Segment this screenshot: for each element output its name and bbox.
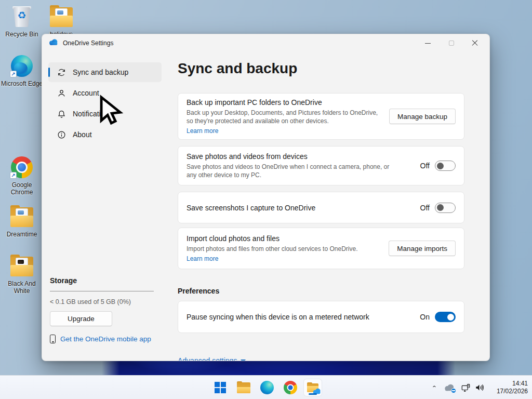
window-title: OneDrive Settings bbox=[63, 39, 113, 47]
card-title: Import cloud photos and files bbox=[187, 234, 381, 243]
clock-date: 17/02/2026 bbox=[497, 388, 528, 395]
desktop-icon-label: Black And White bbox=[0, 280, 44, 295]
card-title: Back up important PC folders to OneDrive bbox=[187, 98, 382, 107]
sidebar-item-sync-and-backup[interactable]: Sync and backup bbox=[48, 62, 162, 82]
tray-onedrive-status[interactable] bbox=[442, 376, 457, 399]
onedrive-paused-icon bbox=[444, 384, 455, 392]
card-backup-folders: Back up important PC folders to OneDrive… bbox=[178, 93, 464, 140]
onedrive-settings-window: OneDrive Settings Sync and backup Accoun… bbox=[42, 34, 490, 361]
start-button[interactable] bbox=[211, 379, 229, 396]
folder-icon bbox=[48, 4, 74, 29]
desktop-icon-label: Google Chrome bbox=[0, 181, 44, 196]
chevron-down-icon bbox=[241, 360, 246, 361]
sidebar-item-label: Sync and backup bbox=[73, 68, 128, 76]
pause-syncing-toggle[interactable] bbox=[435, 312, 456, 322]
minimize-button[interactable] bbox=[416, 34, 440, 52]
storage-section: Storage < 0.1 GB used of 5 GB (0%) Upgra… bbox=[50, 276, 162, 343]
storage-divider bbox=[50, 291, 154, 291]
folder-icon bbox=[9, 254, 35, 278]
desktop-icon-recycle-bin[interactable]: ♻ Recycle Bin bbox=[0, 4, 44, 38]
storage-heading: Storage bbox=[50, 276, 162, 285]
chrome-taskbar-button[interactable] bbox=[282, 379, 299, 396]
taskbar-clock[interactable]: 14:41 17/02/2026 bbox=[497, 376, 528, 399]
desktop-icon-microsoft-edge[interactable]: ↗ Microsoft Edge bbox=[0, 54, 44, 87]
card-title: Pause syncing when this device is on a m… bbox=[187, 313, 413, 321]
taskbar: ⌃ 14:41 17/02/2026 bbox=[0, 375, 532, 399]
learn-more-link[interactable]: Learn more bbox=[187, 255, 218, 262]
toggle-state-label: Off bbox=[420, 162, 430, 170]
sync-icon bbox=[56, 67, 66, 77]
recycle-bin-icon: ♻ bbox=[9, 4, 35, 29]
speaker-icon bbox=[474, 383, 484, 392]
edge-icon bbox=[260, 381, 274, 394]
storage-usage-text: < 0.1 GB used of 5 GB (0%) bbox=[50, 298, 162, 305]
edge-taskbar-button[interactable] bbox=[258, 379, 276, 396]
maximize-button[interactable] bbox=[440, 34, 463, 52]
card-save-screenshots: Save screenshots I capture to OneDrive O… bbox=[178, 192, 464, 223]
tray-chevron-button[interactable]: ⌃ bbox=[427, 376, 442, 399]
chrome-icon bbox=[284, 381, 297, 394]
chrome-icon: ↗ bbox=[9, 155, 35, 180]
card-save-photos-videos: Save photos and videos from devices Save… bbox=[178, 146, 464, 185]
onedrive-cloud-icon bbox=[48, 38, 59, 48]
desktop-icon-black-and-white[interactable]: Black And White bbox=[0, 254, 44, 295]
toggle-state-label: On bbox=[420, 313, 430, 321]
onedrive-folder-icon bbox=[307, 382, 319, 393]
card-description: Import photos and files from other cloud… bbox=[187, 245, 381, 253]
manage-backup-button[interactable]: Manage backup bbox=[389, 109, 456, 124]
save-photos-toggle[interactable] bbox=[435, 161, 456, 171]
onedrive-taskbar-button[interactable] bbox=[304, 379, 322, 396]
bell-icon bbox=[56, 109, 66, 119]
card-description: Back up your Desktop, Documents, and Pic… bbox=[187, 109, 382, 125]
sidebar-item-label: About bbox=[73, 130, 92, 139]
title-bar: OneDrive Settings bbox=[42, 34, 489, 52]
mouse-cursor bbox=[95, 95, 125, 131]
manage-imports-button[interactable]: Manage imports bbox=[389, 241, 456, 256]
file-explorer-icon bbox=[236, 381, 251, 394]
minimize-icon bbox=[425, 43, 431, 44]
desktop-icon-holidays[interactable]: holidays bbox=[39, 4, 83, 38]
save-screenshots-toggle[interactable] bbox=[435, 203, 456, 213]
tray-network-button[interactable] bbox=[458, 376, 473, 399]
mobile-app-link[interactable]: Get the OneDrive mobile app bbox=[50, 335, 162, 343]
close-button[interactable] bbox=[463, 34, 486, 52]
card-description: Save photos and videos to OneDrive when … bbox=[187, 163, 394, 179]
windows-start-icon bbox=[215, 382, 226, 393]
card-title: Save screenshots I capture to OneDrive bbox=[187, 204, 413, 212]
clock-time: 14:41 bbox=[497, 380, 528, 388]
toggle-state-label: Off bbox=[420, 204, 430, 212]
card-import-cloud: Import cloud photos and files Import pho… bbox=[178, 228, 464, 269]
desktop-icon-dreamtime[interactable]: Dreamtime bbox=[0, 204, 44, 238]
info-icon bbox=[56, 129, 66, 140]
preferences-heading: Preferences bbox=[178, 287, 219, 295]
desktop-icon-google-chrome[interactable]: ↗ Google Chrome bbox=[0, 155, 44, 196]
chevron-up-icon: ⌃ bbox=[432, 384, 437, 391]
maximize-icon bbox=[449, 41, 454, 46]
tray-volume-button[interactable] bbox=[472, 376, 486, 399]
upgrade-button[interactable]: Upgrade bbox=[50, 311, 112, 326]
mobile-app-link-label: Get the OneDrive mobile app bbox=[60, 335, 151, 343]
learn-more-link[interactable]: Learn more bbox=[187, 127, 218, 135]
network-icon bbox=[461, 383, 471, 392]
folder-icon bbox=[9, 204, 35, 229]
page-title: Sync and backup bbox=[178, 60, 297, 77]
advanced-settings-label: Advanced settings bbox=[178, 356, 237, 361]
card-pause-syncing: Pause syncing when this device is on a m… bbox=[178, 301, 464, 333]
desktop-icon-label: Dreamtime bbox=[7, 231, 37, 238]
file-explorer-button[interactable] bbox=[235, 379, 252, 396]
card-title: Save photos and videos from devices bbox=[187, 152, 413, 161]
desktop-icon-label: Recycle Bin bbox=[5, 31, 38, 38]
edge-icon: ↗ bbox=[9, 54, 35, 78]
close-icon bbox=[472, 40, 478, 46]
phone-icon bbox=[50, 335, 56, 343]
desktop-icon-label: Microsoft Edge bbox=[1, 80, 43, 87]
advanced-settings-link[interactable]: Advanced settings bbox=[178, 356, 246, 361]
person-icon bbox=[56, 88, 66, 98]
